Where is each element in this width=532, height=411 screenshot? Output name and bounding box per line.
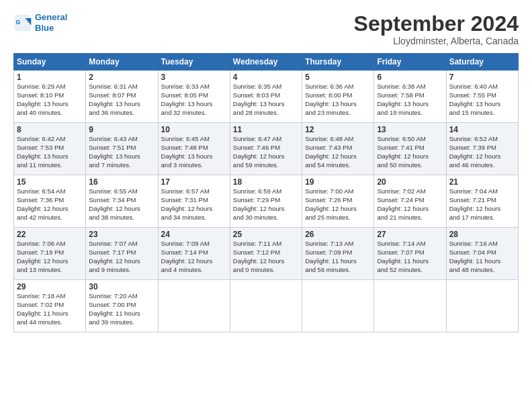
cell-line: Sunrise: 6:55 AM — [89, 187, 154, 196]
header-cell-saturday: Saturday — [446, 54, 518, 71]
cell-line: Sunrise: 6:31 AM — [89, 83, 154, 91]
cell-line: Sunset: 8:00 PM — [305, 91, 371, 100]
cell-line: Sunset: 7:39 PM — [449, 144, 515, 152]
header-cell-wednesday: Wednesday — [230, 54, 302, 71]
cell-line: Sunrise: 6:43 AM — [89, 135, 154, 144]
cell-line: Daylight: 11 hours — [449, 257, 515, 266]
calendar-cell: 10Sunrise: 6:45 AMSunset: 7:48 PMDayligh… — [158, 123, 230, 175]
svg-text:G: G — [16, 18, 21, 25]
cell-line: Sunset: 7:00 PM — [89, 301, 154, 310]
cell-line: Sunrise: 7:13 AM — [305, 240, 371, 248]
cell-line: Daylight: 13 hours — [161, 152, 227, 161]
cell-content: Sunrise: 7:00 AMSunset: 7:26 PMDaylight:… — [305, 187, 371, 222]
header-cell-thursday: Thursday — [302, 54, 374, 71]
calendar-cell: 3Sunrise: 6:33 AMSunset: 8:05 PMDaylight… — [158, 71, 230, 123]
day-number: 20 — [377, 177, 443, 187]
day-number: 23 — [89, 230, 154, 239]
day-number: 15 — [17, 177, 83, 187]
cell-line: Daylight: 13 hours — [233, 100, 299, 109]
cell-line: and 15 minutes. — [449, 109, 515, 118]
cell-line: and 17 minutes. — [449, 214, 515, 222]
cell-line: Daylight: 12 hours — [161, 205, 227, 214]
cell-line: Daylight: 12 hours — [161, 257, 227, 266]
cell-content: Sunrise: 7:02 AMSunset: 7:24 PMDaylight:… — [377, 187, 443, 222]
cell-line: Daylight: 11 hours — [377, 257, 443, 266]
cell-line: Sunset: 8:10 PM — [17, 91, 83, 100]
day-number: 10 — [161, 125, 227, 134]
location: Lloydminster, Alberta, Canada — [354, 36, 519, 46]
calendar-week-3: 22Sunrise: 7:06 AMSunset: 7:19 PMDayligh… — [14, 228, 519, 280]
calendar-week-2: 15Sunrise: 6:54 AMSunset: 7:36 PMDayligh… — [14, 175, 519, 228]
cell-line: Sunset: 7:58 PM — [377, 91, 443, 100]
calendar-cell: 17Sunrise: 6:57 AMSunset: 7:31 PMDayligh… — [158, 175, 230, 228]
cell-line: Daylight: 12 hours — [305, 205, 371, 214]
cell-line: Sunset: 7:04 PM — [449, 248, 515, 257]
cell-content: Sunrise: 6:38 AMSunset: 7:58 PMDaylight:… — [377, 83, 443, 117]
cell-line: Daylight: 12 hours — [233, 257, 299, 266]
calendar-table: SundayMondayTuesdayWednesdayThursdayFrid… — [13, 53, 519, 332]
calendar-cell: 7Sunrise: 6:40 AMSunset: 7:55 PMDaylight… — [446, 71, 518, 123]
cell-line: and 54 minutes. — [305, 161, 371, 170]
day-number: 28 — [449, 230, 515, 239]
cell-line: Sunrise: 6:52 AM — [449, 135, 515, 144]
cell-line: Daylight: 12 hours — [377, 205, 443, 214]
calendar-cell: 6Sunrise: 6:38 AMSunset: 7:58 PMDaylight… — [374, 71, 446, 123]
day-number: 2 — [89, 73, 154, 82]
cell-line: and 34 minutes. — [161, 214, 227, 222]
cell-content: Sunrise: 7:04 AMSunset: 7:21 PMDaylight:… — [449, 187, 515, 222]
day-number: 3 — [161, 73, 227, 82]
calendar-cell: 23Sunrise: 7:07 AMSunset: 7:17 PMDayligh… — [86, 228, 158, 280]
cell-line: Daylight: 13 hours — [449, 100, 515, 109]
logo-line2: Blue — [35, 23, 54, 33]
cell-line: Daylight: 12 hours — [89, 257, 154, 266]
cell-content: Sunrise: 6:35 AMSunset: 8:03 PMDaylight:… — [233, 83, 299, 117]
cell-content: Sunrise: 7:06 AMSunset: 7:19 PMDaylight:… — [17, 240, 83, 274]
cell-line: and 39 minutes. — [89, 318, 154, 327]
day-number: 26 — [305, 230, 371, 239]
cell-line: and 30 minutes. — [233, 214, 299, 222]
cell-line: Sunrise: 6:42 AM — [17, 135, 83, 144]
cell-line: Daylight: 13 hours — [17, 100, 83, 109]
calendar-cell: 22Sunrise: 7:06 AMSunset: 7:19 PMDayligh… — [14, 228, 86, 280]
day-number: 9 — [89, 125, 154, 134]
calendar-cell — [446, 280, 518, 332]
cell-line: Sunset: 7:19 PM — [17, 248, 83, 257]
cell-content: Sunrise: 6:59 AMSunset: 7:29 PMDaylight:… — [233, 187, 299, 222]
cell-content: Sunrise: 6:52 AMSunset: 7:39 PMDaylight:… — [449, 135, 515, 169]
cell-line: and 3 minutes. — [161, 161, 227, 170]
cell-line: Daylight: 11 hours — [17, 310, 83, 318]
cell-line: Sunset: 7:51 PM — [89, 144, 154, 152]
cell-content: Sunrise: 7:18 AMSunset: 7:02 PMDaylight:… — [17, 292, 83, 326]
cell-line: and 0 minutes. — [233, 266, 299, 275]
day-number: 17 — [161, 177, 227, 187]
calendar-cell: 9Sunrise: 6:43 AMSunset: 7:51 PMDaylight… — [86, 123, 158, 175]
cell-line: Sunset: 7:02 PM — [17, 301, 83, 310]
cell-content: Sunrise: 6:47 AMSunset: 7:46 PMDaylight:… — [233, 135, 299, 169]
calendar-cell: 30Sunrise: 7:20 AMSunset: 7:00 PMDayligh… — [86, 280, 158, 332]
cell-content: Sunrise: 7:16 AMSunset: 7:04 PMDaylight:… — [449, 240, 515, 274]
header-cell-sunday: Sunday — [14, 54, 86, 71]
calendar-cell: 8Sunrise: 6:42 AMSunset: 7:53 PMDaylight… — [14, 123, 86, 175]
month-title: September 2024 — [354, 12, 519, 36]
cell-line: and 19 minutes. — [377, 109, 443, 118]
cell-line: Sunset: 7:29 PM — [233, 196, 299, 205]
cell-line: Sunset: 7:31 PM — [161, 196, 227, 205]
calendar-cell — [302, 280, 374, 332]
day-number: 12 — [305, 125, 371, 134]
calendar-cell: 21Sunrise: 7:04 AMSunset: 7:21 PMDayligh… — [446, 175, 518, 228]
day-number: 8 — [17, 125, 83, 134]
cell-line: and 25 minutes. — [305, 214, 371, 222]
day-number: 29 — [17, 282, 83, 291]
cell-line: Daylight: 13 hours — [17, 152, 83, 161]
cell-content: Sunrise: 6:54 AMSunset: 7:36 PMDaylight:… — [17, 187, 83, 222]
calendar-cell: 25Sunrise: 7:11 AMSunset: 7:12 PMDayligh… — [230, 228, 302, 280]
cell-content: Sunrise: 6:33 AMSunset: 8:05 PMDaylight:… — [161, 83, 227, 117]
cell-line: Sunrise: 7:14 AM — [377, 240, 443, 248]
calendar-cell: 16Sunrise: 6:55 AMSunset: 7:34 PMDayligh… — [86, 175, 158, 228]
cell-line: Sunrise: 6:38 AM — [377, 83, 443, 91]
cell-line: Sunset: 7:07 PM — [377, 248, 443, 257]
cell-line: and 11 minutes. — [17, 161, 83, 170]
cell-line: Sunset: 7:53 PM — [17, 144, 83, 152]
day-number: 13 — [377, 125, 443, 134]
title-block: September 2024 Lloydminster, Alberta, Ca… — [354, 12, 519, 46]
